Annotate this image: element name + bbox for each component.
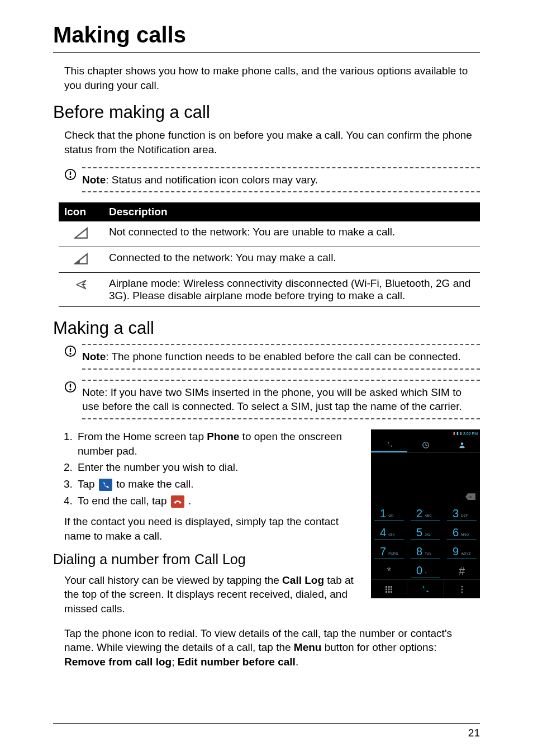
- dialing-title: Dialing a number from Call Log: [53, 551, 354, 568]
- step-bold: Phone: [207, 431, 239, 442]
- cell-desc: Airplane mode: Wireless connectivity dis…: [103, 273, 480, 307]
- table-row: Airplane mode: Wireless connectivity dis…: [59, 273, 480, 307]
- svg-rect-14: [388, 586, 390, 588]
- call-button[interactable]: [407, 580, 444, 598]
- more-icon: [461, 585, 463, 593]
- chapter-title: Making calls: [53, 22, 480, 48]
- note-text: : Status and notification icon colors ma…: [106, 174, 318, 186]
- svg-point-22: [461, 585, 463, 587]
- list-item: Tap to make the call.: [75, 477, 354, 492]
- steps-list: From the Home screen tap Phone to open t…: [53, 429, 354, 508]
- t: ;: [172, 656, 178, 668]
- svg-point-8: [69, 389, 71, 390]
- t: Your call history can be viewed by tappi…: [64, 574, 282, 586]
- svg-point-24: [461, 591, 463, 593]
- alert-icon: [64, 345, 77, 357]
- svg-point-12: [460, 442, 463, 445]
- note-label: Note: [82, 351, 106, 362]
- note-dual-sim: Note: If you have two SIMs inserted in t…: [53, 380, 480, 419]
- bold: Remove from call log: [64, 656, 172, 668]
- note-text: Note: If you have two SIMs inserted in t…: [82, 380, 480, 419]
- key-1[interactable]: 1QO: [374, 504, 404, 521]
- note-status-colors: Note: Status and notification icon color…: [53, 167, 480, 193]
- key-4[interactable]: 4GHI: [374, 523, 404, 540]
- phone-icon: [420, 584, 430, 594]
- table-row: Not connected to the network: You are un…: [59, 221, 480, 247]
- grid-button[interactable]: [371, 580, 407, 598]
- svg-rect-9: [99, 479, 112, 491]
- svg-point-2: [69, 176, 71, 178]
- list-item: Enter the number you wish to dial.: [75, 460, 354, 475]
- person-icon: [458, 441, 466, 449]
- step-text: Enter the number you wish to dial.: [78, 461, 238, 473]
- list-item: From the Home screen tap Phone to open t…: [75, 429, 354, 458]
- tab-contacts[interactable]: [444, 437, 480, 452]
- chapter-rule: [53, 52, 480, 53]
- icon-table: Icon Description Not connected to the ne…: [59, 202, 480, 307]
- cell-desc: Not connected to the network: You are un…: [103, 221, 480, 247]
- key-2[interactable]: 2ABC: [411, 504, 440, 521]
- section-before-body: Check that the phone function is on befo…: [53, 128, 480, 157]
- menu-button[interactable]: [444, 580, 480, 598]
- bold: Call Log: [282, 574, 324, 586]
- note-text: : The phone function needs to be enabled…: [106, 351, 461, 362]
- th-desc: Description: [103, 202, 480, 221]
- svg-rect-21: [391, 591, 392, 593]
- chapter-intro: This chapter shows you how to make phone…: [53, 64, 480, 92]
- after-list: If the contact you need is displayed, si…: [53, 514, 354, 543]
- tab-dialer[interactable]: [371, 437, 407, 452]
- grid-icon: [386, 586, 392, 593]
- svg-rect-19: [386, 591, 387, 593]
- bold: Edit number before call: [178, 656, 296, 668]
- airplane-icon: [74, 278, 88, 291]
- svg-rect-13: [386, 586, 387, 588]
- backspace-icon[interactable]: ×: [465, 493, 475, 500]
- phone-icon: [386, 441, 393, 448]
- dialing-body2: Tap the phone icon to redial. To view de…: [53, 626, 480, 669]
- svg-rect-20: [388, 591, 390, 593]
- key-6[interactable]: 6MNO: [447, 523, 477, 540]
- key-9[interactable]: 9WXYZ: [447, 542, 477, 559]
- svg-rect-17: [388, 588, 390, 590]
- bold: Menu: [294, 641, 322, 653]
- step-text: to make the call.: [116, 478, 193, 490]
- note-label: Note: [82, 174, 106, 186]
- step-text: To end the call, tap: [78, 495, 170, 507]
- key-3[interactable]: 3DEF: [447, 504, 477, 521]
- footer-rule: [53, 723, 480, 724]
- key-5[interactable]: 5JKL: [411, 523, 440, 540]
- t: .: [296, 656, 298, 668]
- table-row: Connected to the network: You may make a…: [59, 247, 480, 273]
- key-hash[interactable]: #: [447, 561, 477, 578]
- svg-rect-16: [386, 588, 387, 590]
- phone-status-bar: ▮▮▮ 2:02 PM: [371, 429, 480, 437]
- keypad: 1QO 2ABC 3DEF 4GHI 5JKL 6MNO 7PQRS 8TUV …: [371, 503, 480, 579]
- tab-recent[interactable]: [407, 437, 444, 452]
- t: button for other options:: [321, 641, 436, 653]
- endcall-icon: [171, 495, 184, 508]
- section-making-title: Making a call: [53, 318, 480, 338]
- dial-icon: [99, 479, 112, 491]
- th-icon: Icon: [59, 202, 103, 221]
- svg-rect-18: [391, 588, 392, 590]
- key-0[interactable]: 0+: [411, 561, 440, 578]
- key-8[interactable]: 8TUV: [411, 542, 440, 559]
- note-enable-phone: Note: The phone function needs to be ena…: [53, 344, 480, 370]
- cell-desc: Connected to the network: You may make a…: [103, 247, 480, 273]
- phone-screenshot: ▮▮▮ 2:02 PM ×: [371, 429, 480, 598]
- section-before-title: Before making a call: [53, 102, 480, 122]
- signal-partial-icon: [74, 253, 88, 265]
- list-item: To end the call, tap .: [75, 494, 354, 508]
- page-number: 21: [53, 727, 480, 739]
- phone-time: 2:02 PM: [463, 432, 478, 436]
- step-text: .: [188, 495, 191, 507]
- key-7[interactable]: 7PQRS: [374, 542, 404, 559]
- step-text: Tap: [78, 478, 98, 490]
- alert-icon: [64, 381, 77, 393]
- alert-icon: [64, 168, 77, 181]
- svg-point-23: [461, 588, 463, 590]
- signal-empty-icon: [74, 227, 88, 239]
- svg-rect-15: [391, 586, 392, 588]
- key-star[interactable]: *: [374, 561, 404, 578]
- step-text: From the Home screen tap: [78, 431, 207, 442]
